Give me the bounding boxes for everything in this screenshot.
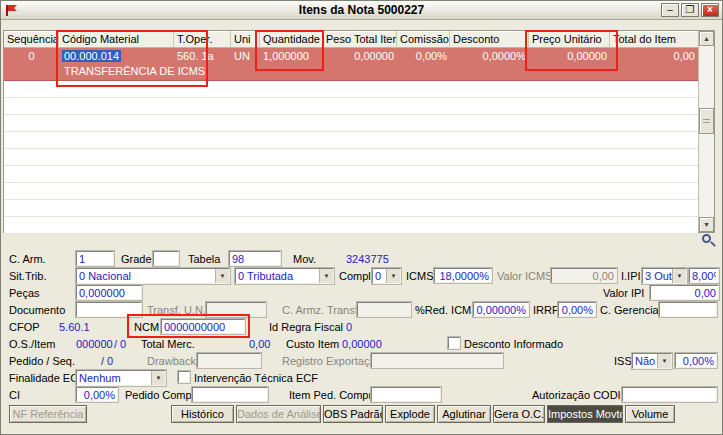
valor-icms-label: Valor ICMS bbox=[497, 270, 552, 282]
col-header-preco-unitario[interactable]: Preço Unitário bbox=[529, 31, 610, 48]
custo-item-value: 0,00000 bbox=[342, 338, 382, 350]
valor-icms-input bbox=[551, 268, 617, 283]
col-header-uni[interactable]: Uni bbox=[231, 31, 260, 48]
c-gerencial-label: C. Gerencial bbox=[600, 304, 661, 316]
col-header-desconto[interactable]: Desconto bbox=[450, 31, 529, 48]
col-header-total-do-item[interactable]: Total do Item bbox=[610, 31, 698, 48]
col-header-sequencia[interactable]: Sequência bbox=[4, 31, 59, 48]
intervencao-ecf-checkbox[interactable] bbox=[178, 371, 190, 383]
item-ped-compra-input[interactable] bbox=[371, 387, 441, 402]
grid-empty-row[interactable] bbox=[4, 115, 698, 132]
window-title: Itens da Nota 5000227 bbox=[1, 3, 722, 17]
chevron-down-icon[interactable] bbox=[215, 269, 229, 283]
col-header-t-oper[interactable]: T.Oper. bbox=[174, 31, 231, 48]
icms-input[interactable] bbox=[434, 268, 492, 283]
irrf-label: IRRF bbox=[533, 304, 559, 316]
gera-oc-button[interactable]: Gera O.C. bbox=[493, 405, 545, 423]
obs-padrao-button[interactable]: OBS Padrão bbox=[323, 405, 383, 423]
mov-label: Mov. bbox=[293, 253, 316, 265]
col-header-quantidade[interactable]: Quantidade bbox=[260, 31, 323, 48]
magnifier-icon[interactable] bbox=[702, 234, 715, 247]
pedido-compra-label: Pedido Compra bbox=[125, 389, 201, 401]
id-regra-fiscal-value: 0 bbox=[346, 321, 352, 333]
grid-empty-row[interactable] bbox=[4, 149, 698, 166]
c-arm-label: C. Arm. bbox=[9, 253, 46, 265]
ci-input[interactable] bbox=[76, 387, 118, 402]
drawback-label: Drawback bbox=[147, 355, 196, 367]
minimize-button[interactable]: – bbox=[661, 3, 679, 17]
ipi-percent-input[interactable] bbox=[689, 268, 719, 283]
chevron-down-icon[interactable] bbox=[151, 371, 165, 385]
valor-ipi-input[interactable] bbox=[650, 285, 719, 300]
grid-empty-row[interactable] bbox=[4, 217, 698, 234]
cell-quantidade: 1,000000 bbox=[260, 48, 323, 64]
aglutinar-button[interactable]: Aglutinar bbox=[437, 405, 491, 423]
col-header-codigo-material[interactable]: Código Material bbox=[59, 31, 174, 48]
grid-empty-row[interactable] bbox=[4, 98, 698, 115]
volume-button[interactable]: Volume bbox=[625, 405, 675, 423]
grid-selected-row[interactable]: 0 00.000.014 560. 1a UN 1,000000 0,00000… bbox=[4, 48, 698, 81]
finalidade-ecf-select[interactable]: Nenhum bbox=[76, 370, 166, 386]
c-arm-input[interactable] bbox=[76, 251, 114, 266]
iss-value: Não bbox=[633, 354, 657, 368]
c-armz-transf-label: C. Armz. Transf. bbox=[282, 304, 361, 316]
ipi-label: I.IPI bbox=[621, 270, 641, 282]
red-icms-input[interactable] bbox=[473, 302, 529, 317]
c-gerencial-input[interactable] bbox=[659, 302, 717, 317]
chevron-down-icon[interactable] bbox=[386, 269, 400, 283]
title-bar: Itens da Nota 5000227 – ❐ × bbox=[1, 1, 722, 20]
grid-empty-row[interactable] bbox=[4, 183, 698, 200]
iss-select[interactable]: Não bbox=[632, 353, 672, 369]
finalidade-ecf-label: Finalidade ECF bbox=[9, 372, 85, 384]
icms-label: ICMS bbox=[406, 270, 434, 282]
grid-empty-row[interactable] bbox=[4, 166, 698, 183]
ipi-value: 3 Outros bbox=[643, 269, 672, 283]
pecas-input[interactable] bbox=[76, 285, 142, 300]
historico-button[interactable]: Histórico bbox=[171, 405, 234, 423]
grid-header-row: Sequência Código Material T.Oper. Uni Qu… bbox=[4, 31, 698, 48]
scrollbar-thumb[interactable] bbox=[699, 108, 714, 134]
scroll-down-icon[interactable] bbox=[699, 217, 714, 232]
col-header-peso-total-item[interactable]: Peso Total Item bbox=[323, 31, 397, 48]
autorizacao-codif-label: Autorização CODIF bbox=[532, 389, 627, 401]
irrf-input[interactable] bbox=[558, 302, 596, 317]
sit-trib-select[interactable]: 0 Nacional bbox=[76, 268, 230, 284]
autorizacao-codif-input[interactable] bbox=[622, 387, 717, 402]
chevron-down-icon[interactable] bbox=[319, 269, 333, 283]
compl-select[interactable]: 0 bbox=[372, 268, 401, 284]
custo-item-label: Custo Item bbox=[286, 338, 339, 350]
impostos-movto-button[interactable]: Impostos Movto bbox=[547, 405, 623, 423]
ipi-select[interactable]: 3 Outros bbox=[642, 268, 687, 284]
cell-codigo-material[interactable]: 00.000.014 bbox=[59, 48, 174, 64]
grid-empty-row[interactable] bbox=[4, 132, 698, 149]
close-button[interactable]: × bbox=[701, 3, 719, 17]
ncm-input[interactable] bbox=[161, 319, 245, 334]
col-header-comissao[interactable]: Comissão bbox=[397, 31, 450, 48]
ci-label: CI bbox=[9, 389, 20, 401]
grid-empty-row[interactable] bbox=[4, 81, 698, 98]
pedido-seq-label: Pedido / Seq. bbox=[9, 355, 75, 367]
pedido-compra-input[interactable] bbox=[192, 387, 268, 402]
os-item-label: O.S./Item bbox=[9, 338, 55, 350]
documento-input[interactable] bbox=[76, 302, 142, 317]
scroll-up-icon[interactable] bbox=[699, 31, 714, 46]
tributacao-select[interactable]: 0 Tributada bbox=[235, 268, 334, 284]
explode-button[interactable]: Explode bbox=[385, 405, 435, 423]
grid-scrollbar[interactable] bbox=[698, 31, 714, 232]
tributacao-value: 0 Tributada bbox=[236, 269, 319, 283]
maximize-button[interactable]: ❐ bbox=[681, 3, 699, 17]
cell-sequencia: 0 bbox=[4, 48, 59, 64]
cfop-label: CFOP bbox=[9, 321, 40, 333]
desconto-informado-checkbox[interactable] bbox=[448, 337, 460, 349]
tabela-input[interactable] bbox=[229, 251, 281, 266]
grade-input[interactable] bbox=[153, 251, 179, 266]
red-icms-label: %Red. ICMS bbox=[415, 304, 479, 316]
id-regra-fiscal-label: Id Regra Fiscal bbox=[269, 321, 343, 333]
grid-empty-row[interactable] bbox=[4, 200, 698, 217]
transf-un-input bbox=[206, 302, 266, 317]
chevron-down-icon[interactable] bbox=[657, 354, 671, 368]
codigo-material-selected-text: 00.000.014 bbox=[62, 50, 121, 62]
iss-percent-input[interactable] bbox=[675, 353, 717, 368]
compl-label: Compl bbox=[339, 270, 371, 282]
chevron-down-icon[interactable] bbox=[672, 269, 686, 283]
